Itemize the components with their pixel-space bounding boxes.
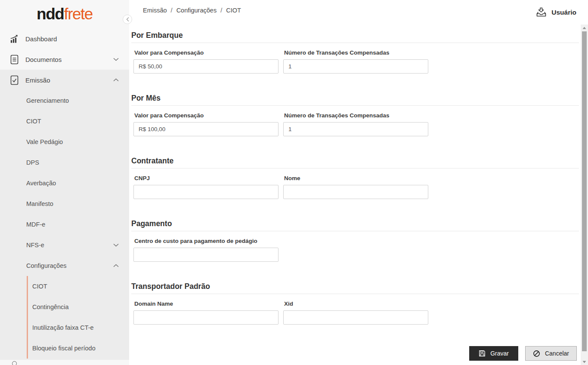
- sidebar-item-label: Bloqueio fiscal período: [32, 345, 119, 352]
- sidebar-item-averbacao[interactable]: Averbação: [0, 173, 129, 193]
- topbar: Emissão / Configurações / CIOT Usuário: [129, 0, 581, 23]
- section-divider: [131, 231, 579, 231]
- section-divider: [131, 294, 579, 294]
- sidebar-collapse-button[interactable]: [123, 15, 132, 24]
- section-divider: [131, 168, 579, 169]
- domain-name-input[interactable]: [133, 310, 279, 325]
- main-content: Emissão / Configurações / CIOT Usuário P…: [129, 0, 581, 365]
- sidebar-item-manifesto[interactable]: Manifesto: [0, 193, 129, 214]
- field-label: Valor para Compensação: [134, 49, 279, 56]
- nome-input[interactable]: [283, 185, 428, 199]
- cnpj-input[interactable]: [133, 185, 279, 199]
- field-valor-compensacao-mes: Valor para Compensação: [133, 112, 279, 136]
- field-label: CNPJ: [134, 175, 279, 182]
- brand-logo-frete: frete: [64, 5, 93, 23]
- scrollbar-up-arrow[interactable]: [581, 25, 588, 31]
- sidebar-item-vale-pedagio[interactable]: Vale Pedágio: [0, 132, 129, 152]
- sidebar-item-config-ciot[interactable]: CIOT: [28, 276, 129, 297]
- field-cnpj: CNPJ: [133, 175, 279, 199]
- field-domain-name: Domain Name: [133, 301, 279, 325]
- transacoes-compensadas-mes-input[interactable]: [283, 122, 428, 136]
- sidebar-item-label: Documentos: [25, 56, 113, 63]
- field-transacoes-compensadas-mes: Número de Transações Compensadas: [283, 112, 428, 136]
- brand-logo[interactable]: nddfrete: [0, 0, 129, 28]
- user-label: Usuário: [551, 9, 576, 16]
- sidebar-item-inutilizacao-faixa-cte[interactable]: Inutilização faixa CT-e: [28, 317, 129, 338]
- section-transportador-padrao: Transportador Padrão Domain Name Xid: [131, 282, 579, 325]
- scrollbar-thumb[interactable]: [582, 31, 587, 351]
- centro-custo-pedagio-input[interactable]: [133, 248, 279, 262]
- valor-compensacao-embarque-input[interactable]: [133, 59, 279, 74]
- field-label: Domain Name: [134, 301, 279, 307]
- sidebar-item-bloqueio-fiscal-periodo[interactable]: Bloqueio fiscal período: [28, 338, 129, 359]
- section-contratante: Contratante CNPJ Nome: [131, 156, 579, 199]
- breadcrumb-ciot[interactable]: CIOT: [226, 7, 241, 14]
- sidebar-group-emissao: Emissão Gerenciamento CIOT Vale Pedágio …: [0, 70, 129, 360]
- form-actions: Gravar Cancelar: [131, 346, 577, 361]
- sidebar-item-label: Dashboard: [25, 35, 119, 43]
- sidebar-item-label: Inutilização faixa CT-e: [32, 324, 119, 331]
- field-label: Número de Transações Compensadas: [284, 112, 428, 119]
- settings-icon[interactable]: [12, 361, 17, 365]
- sidebar-item-label: Emissão: [25, 77, 113, 84]
- user-tray-icon: [535, 7, 547, 17]
- section-title: Pagamento: [131, 219, 579, 228]
- sidebar-item-label: CIOT: [26, 118, 119, 125]
- save-button[interactable]: Gravar: [469, 346, 518, 361]
- breadcrumb: Emissão / Configurações / CIOT: [143, 7, 241, 14]
- field-nome: Nome: [283, 175, 428, 199]
- section-por-mes: Por Mês Valor para Compensação Número de…: [131, 94, 579, 136]
- save-icon: [479, 350, 486, 357]
- sidebar-item-mdfe[interactable]: MDF-e: [0, 214, 129, 235]
- scrollbar-down-arrow[interactable]: [581, 359, 588, 365]
- sidebar-item-gerenciamento[interactable]: Gerenciamento: [0, 90, 129, 111]
- sidebar-item-label: Configurações: [26, 262, 113, 269]
- field-label: Valor para Compensação: [134, 112, 279, 119]
- sidebar-item-nfse[interactable]: NFS-e: [0, 235, 129, 255]
- breadcrumb-separator: /: [220, 7, 222, 14]
- bar-chart-icon: [9, 34, 19, 44]
- breadcrumb-configuracoes[interactable]: Configurações: [176, 7, 217, 14]
- sidebar-item-label: Vale Pedágio: [26, 138, 119, 145]
- sidebar-item-label: Gerenciamento: [26, 97, 119, 104]
- sidebar-item-configuracoes[interactable]: Configurações: [0, 255, 129, 276]
- field-label: Xid: [284, 301, 428, 307]
- sidebar-item-emissao[interactable]: Emissão: [0, 70, 129, 90]
- document-icon: [9, 55, 19, 64]
- cancel-button[interactable]: Cancelar: [525, 346, 577, 361]
- sidebar-item-label: NFS-e: [26, 242, 113, 248]
- breadcrumb-emissao[interactable]: Emissão: [143, 7, 167, 14]
- sidebar-item-dashboard[interactable]: Dashboard: [0, 28, 129, 49]
- sidebar-item-ciot[interactable]: CIOT: [0, 111, 129, 132]
- vertical-scrollbar[interactable]: [581, 25, 588, 365]
- transacoes-compensadas-embarque-input[interactable]: [283, 59, 428, 74]
- section-pagamento: Pagamento Centro de custo para pagamento…: [131, 219, 579, 262]
- sidebar-bottom-strip: [0, 360, 129, 365]
- sidebar-item-documentos[interactable]: Documentos: [0, 49, 129, 70]
- sidebar-item-label: Contingência: [32, 304, 119, 310]
- sidebar-item-dps[interactable]: DPS: [0, 152, 129, 173]
- field-xid: Xid: [283, 301, 428, 325]
- sidebar-item-contingencia[interactable]: Contingência: [28, 297, 129, 317]
- section-por-embarque: Por Embarque Valor para Compensação Núme…: [131, 31, 579, 74]
- chevron-left-icon: [126, 17, 130, 22]
- section-title: Transportador Padrão: [131, 282, 579, 291]
- save-button-label: Gravar: [490, 350, 509, 357]
- breadcrumb-separator: /: [171, 7, 173, 14]
- sidebar-configuracoes-submenu: CIOT Contingência Inutilização faixa CT-…: [27, 276, 129, 359]
- section-title: Contratante: [131, 156, 579, 166]
- field-centro-custo-pedagio: Centro de custo para pagamento de pedági…: [133, 238, 279, 262]
- xid-input[interactable]: [283, 310, 428, 325]
- field-valor-compensacao-embarque: Valor para Compensação: [133, 49, 279, 74]
- section-title: Por Embarque: [131, 31, 579, 40]
- cancel-icon: [533, 350, 540, 357]
- field-transacoes-compensadas-embarque: Número de Transações Compensadas: [283, 49, 428, 74]
- sidebar-item-label: DPS: [26, 159, 119, 166]
- user-menu[interactable]: Usuário: [535, 7, 576, 17]
- cancel-button-label: Cancelar: [545, 350, 569, 357]
- field-label: Nome: [284, 175, 428, 182]
- sidebar-nav: Dashboard Documentos: [0, 28, 129, 360]
- brand-logo-ndd: ndd: [37, 5, 64, 23]
- valor-compensacao-mes-input[interactable]: [133, 122, 279, 136]
- section-title: Por Mês: [131, 94, 579, 103]
